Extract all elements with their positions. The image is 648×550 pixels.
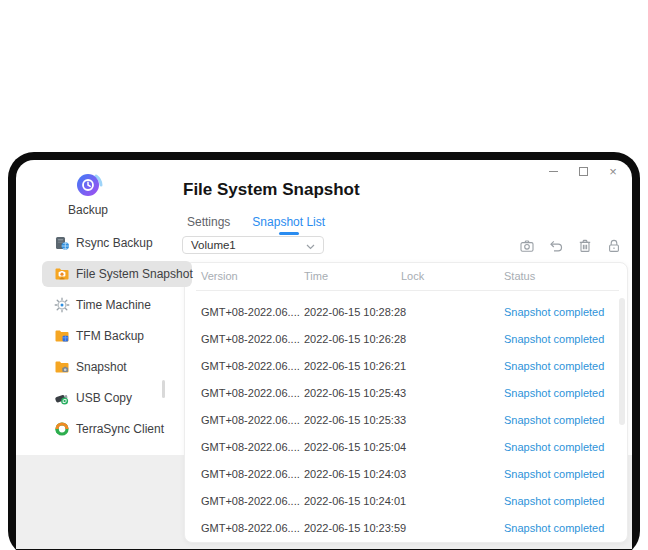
tab-label: Snapshot List <box>252 215 325 229</box>
table-row[interactable]: GMT+08-2022.06.... 2022-06-15 10:24:01 S… <box>185 488 627 515</box>
app-name: Backup <box>38 203 138 217</box>
column-header-version: Version <box>201 263 238 290</box>
sidebar-item-label: Time Machine <box>76 298 151 312</box>
cell-version: GMT+08-2022.06.... <box>201 488 300 515</box>
app-window: × Backup Rsync Backup File System Snapsh… <box>16 160 632 549</box>
sidebar-item-rsync-backup[interactable]: Rsync Backup <box>42 230 192 256</box>
status-link[interactable]: Snapshot completed <box>504 299 604 326</box>
cell-version: GMT+08-2022.06.... <box>201 353 300 380</box>
status-link[interactable]: Snapshot completed <box>504 461 604 488</box>
table-row[interactable]: GMT+08-2022.06.... 2022-06-15 10:26:28 S… <box>185 326 627 353</box>
cell-version: GMT+08-2022.06.... <box>201 461 300 488</box>
status-link[interactable]: Snapshot completed <box>504 488 604 515</box>
server-globe-icon <box>54 235 70 251</box>
volume-select[interactable]: Volume1 <box>182 236 324 254</box>
sidebar-item-label: TFM Backup <box>76 329 144 343</box>
chevron-down-icon <box>306 236 315 254</box>
usb-drive-icon <box>54 390 70 406</box>
cell-time: 2022-06-15 10:25:43 <box>304 380 406 407</box>
page-title: File System Snapshot <box>183 180 360 200</box>
status-link[interactable]: Snapshot completed <box>504 434 604 461</box>
status-link[interactable]: Snapshot completed <box>504 515 604 542</box>
sidebar-item-label: File System Snapshot <box>76 267 193 281</box>
column-header-lock: Lock <box>401 263 424 290</box>
window-controls: × <box>546 164 620 178</box>
sidebar-item-terrasync-client[interactable]: TerraSync Client <box>42 416 192 442</box>
camera-icon[interactable] <box>519 238 535 254</box>
cell-version: GMT+08-2022.06.... <box>201 407 300 434</box>
minimize-icon[interactable] <box>546 164 560 178</box>
cell-time: 2022-06-15 10:24:03 <box>304 461 406 488</box>
cell-version: GMT+08-2022.06.... <box>201 515 300 542</box>
table-row[interactable]: GMT+08-2022.06.... 2022-06-15 10:26:21 S… <box>185 353 627 380</box>
table-body: GMT+08-2022.06.... 2022-06-15 10:28:28 S… <box>185 299 627 542</box>
tab-snapshot-list[interactable]: Snapshot List <box>252 215 325 235</box>
cell-version: GMT+08-2022.06.... <box>201 299 300 326</box>
trash-icon[interactable] <box>577 238 593 254</box>
sync-ring-icon <box>54 421 70 437</box>
sidebar-item-time-machine[interactable]: Time Machine <box>42 292 192 318</box>
table-row[interactable]: GMT+08-2022.06.... 2022-06-15 10:25:04 S… <box>185 434 627 461</box>
backup-clock-icon <box>75 171 103 199</box>
status-link[interactable]: Snapshot completed <box>504 353 604 380</box>
cell-time: 2022-06-15 10:28:28 <box>304 299 406 326</box>
snapshot-toolbar <box>519 238 622 254</box>
sidebar-item-snapshot[interactable]: Snapshot <box>42 354 192 380</box>
volume-select-value: Volume1 <box>191 239 236 251</box>
sidebar-item-label: Rsync Backup <box>76 236 153 250</box>
sidebar-item-tfm-backup[interactable]: TFM Backup <box>42 323 192 349</box>
sidebar-item-label: USB Copy <box>76 391 132 405</box>
table-header: Version Time Lock Status <box>185 263 627 290</box>
sidebar-item-label: Snapshot <box>76 360 127 374</box>
table-row[interactable]: GMT+08-2022.06.... 2022-06-15 10:28:28 S… <box>185 299 627 326</box>
column-header-status: Status <box>504 263 535 290</box>
snapshot-table-card: Version Time Lock Status GMT+08-2022.06.… <box>184 262 628 543</box>
cell-time: 2022-06-15 10:23:59 <box>304 515 406 542</box>
table-row[interactable]: GMT+08-2022.06.... 2022-06-15 10:25:43 S… <box>185 380 627 407</box>
cell-time: 2022-06-15 10:25:33 <box>304 407 406 434</box>
tab-settings[interactable]: Settings <box>187 215 230 235</box>
time-machine-icon <box>54 297 70 313</box>
undo-icon[interactable] <box>548 238 564 254</box>
table-row[interactable]: GMT+08-2022.06.... 2022-06-15 10:24:03 S… <box>185 461 627 488</box>
column-header-time: Time <box>304 263 328 290</box>
maximize-icon[interactable] <box>576 164 590 178</box>
cell-version: GMT+08-2022.06.... <box>201 380 300 407</box>
table-row[interactable]: GMT+08-2022.06.... 2022-06-15 10:25:33 S… <box>185 407 627 434</box>
tab-bar: SettingsSnapshot List <box>187 215 325 235</box>
sidebar-item-file-system-snapshot[interactable]: File System Snapshot <box>42 261 192 287</box>
device-frame: × Backup Rsync Backup File System Snapsh… <box>8 152 640 550</box>
table-row[interactable]: GMT+08-2022.06.... 2022-06-15 10:23:59 S… <box>185 515 627 542</box>
cell-time: 2022-06-15 10:25:04 <box>304 434 406 461</box>
cell-version: GMT+08-2022.06.... <box>201 434 300 461</box>
sidebar-item-usb-copy[interactable]: USB Copy <box>42 385 192 411</box>
status-link[interactable]: Snapshot completed <box>504 407 604 434</box>
cell-time: 2022-06-15 10:26:28 <box>304 326 406 353</box>
header-divider <box>196 290 619 291</box>
sidebar-item-label: TerraSync Client <box>76 422 164 436</box>
table-scrollbar[interactable] <box>619 298 625 425</box>
folder-camera-icon <box>54 266 70 282</box>
tab-label: Settings <box>187 215 230 229</box>
lock-icon[interactable] <box>606 238 622 254</box>
sidebar-scrollbar[interactable] <box>162 380 165 398</box>
status-link[interactable]: Snapshot completed <box>504 380 604 407</box>
cell-time: 2022-06-15 10:26:21 <box>304 353 406 380</box>
cell-version: GMT+08-2022.06.... <box>201 326 300 353</box>
cell-time: 2022-06-15 10:24:01 <box>304 488 406 515</box>
folder-cube-icon <box>54 328 70 344</box>
close-icon[interactable]: × <box>606 164 620 178</box>
sidebar-items: Rsync Backup File System Snapshot Time M… <box>42 230 192 447</box>
status-link[interactable]: Snapshot completed <box>504 326 604 353</box>
folder-camera-gray-icon <box>54 359 70 375</box>
active-tab-underline <box>279 232 299 235</box>
